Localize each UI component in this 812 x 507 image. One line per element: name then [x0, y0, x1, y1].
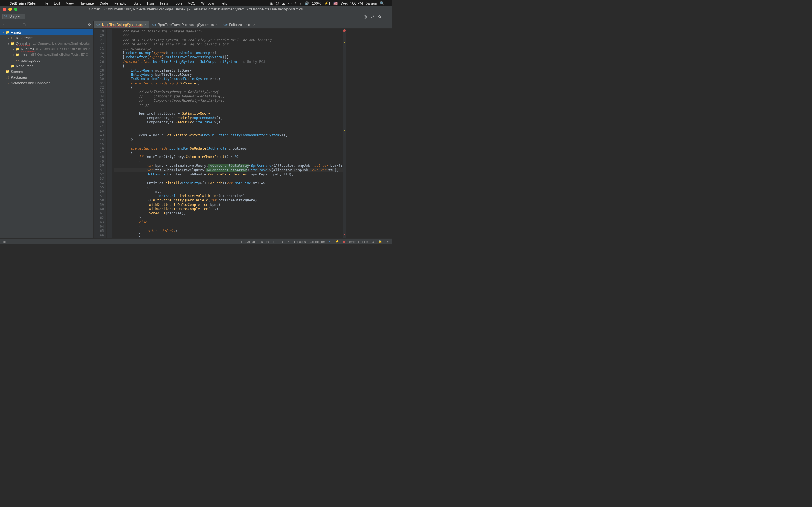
battery-text: 100% [312, 1, 321, 5]
error-strip[interactable] [343, 29, 346, 238]
editor-area: C#NoteTimeBakingSystem.cs×C#BpmTimeTrave… [94, 21, 392, 238]
status-encoding[interactable]: UTF-8 [281, 240, 289, 243]
display-icon[interactable]: ▭ [288, 1, 292, 5]
project-sidebar: ← → | ▢ ⚙ ▾📁Assets▸⬚References▾📁Onmaku(E… [0, 21, 94, 238]
tree-item[interactable]: ⬚Packages [0, 74, 93, 80]
close-icon[interactable]: × [215, 23, 217, 27]
status-line-ending[interactable]: LF [273, 240, 276, 243]
close-icon[interactable]: × [253, 23, 255, 27]
menu-view[interactable]: View [63, 1, 77, 5]
menu-tests[interactable]: Tests [157, 1, 171, 5]
status-project: E7.Onmaku [241, 240, 257, 243]
error-dot-icon [343, 240, 345, 243]
square-icon[interactable]: ▢ [22, 22, 26, 27]
menu-file[interactable]: File [40, 1, 51, 5]
status-git[interactable]: Git: master [310, 240, 325, 243]
warning-mark[interactable] [344, 42, 345, 43]
editor-tabs: C#NoteTimeBakingSystem.cs×C#BpmTimeTrave… [94, 21, 392, 29]
menu-code[interactable]: Code [97, 1, 111, 5]
spotlight-icon[interactable]: 🔍 [380, 1, 384, 5]
window-titlebar: Onmaku [~/Documents/Unity Projects/Inter… [0, 6, 392, 12]
status-bar: ▣ E7.Onmaku 51:49 LF UTF-8 4 spaces Git:… [0, 238, 392, 244]
back-icon[interactable]: ← [2, 22, 6, 27]
target-icon[interactable]: ◎ [363, 14, 367, 19]
wifi-icon[interactable]: ⌔ [294, 1, 297, 5]
battery-icon[interactable]: ⚡▮ [324, 1, 331, 5]
error-mark[interactable] [344, 234, 345, 235]
editor-tab[interactable]: C#BpmTimeTravelProcessingSystem.cs× [149, 21, 221, 29]
app-name[interactable]: JetBrains Rider [7, 1, 40, 5]
error-indicator-icon[interactable] [343, 29, 346, 32]
tree-item[interactable]: ▸⬚References [0, 35, 93, 41]
tree-item[interactable]: ▾📁Onmaku(E7.Onmaku, E7.Onmaku.SimfileEdi… [0, 41, 93, 46]
status-errors[interactable]: 2 errors in 1 file [343, 240, 368, 243]
clock[interactable]: Wed 7:06 PM [341, 1, 363, 5]
menu-refactor[interactable]: Refactor [111, 1, 131, 5]
menu-vcs[interactable]: VCS [185, 1, 198, 5]
cloud-icon[interactable]: ☁ [282, 1, 285, 5]
settings-icon[interactable]: ✿ [378, 14, 382, 19]
checkmark-icon[interactable]: ✔ [329, 240, 331, 243]
run-config-dropdown[interactable]: Unity ▾ [2, 14, 25, 19]
menu-run[interactable]: Run [144, 1, 157, 5]
tree-item[interactable]: ▸📁Runtime(E7.Onmaku, E7.Onmaku.SimfileEd [0, 46, 93, 52]
forward-icon[interactable]: → [10, 22, 13, 27]
close-icon[interactable]: × [144, 23, 146, 27]
bluetooth-icon[interactable]: ᛒ [299, 1, 302, 5]
menu-tools[interactable]: Tools [171, 1, 185, 5]
line-gutter[interactable]: 1920212223242526272829303132333435363738… [94, 29, 107, 238]
warning-mark[interactable] [344, 130, 345, 131]
gear-icon[interactable]: ⚙ [88, 22, 91, 27]
menu-edit[interactable]: Edit [51, 1, 63, 5]
sidebar-toolbar: ← → | ▢ ⚙ [0, 21, 93, 29]
editor-tab[interactable]: C#NoteTimeBakingSystem.cs× [94, 21, 149, 29]
tree-item[interactable]: {}package.json [0, 57, 93, 63]
dropbox-icon[interactable]: ⬡ [276, 1, 279, 5]
menu-navigate[interactable]: Navigate [77, 1, 96, 5]
tree-item[interactable]: ▾📁Assets [0, 29, 93, 35]
code-editor[interactable]: /// have to follow the linkage manually.… [112, 29, 343, 238]
tree-item[interactable]: ▸📁Tests(E7.Onmaku.SimfileEditor.Tests, E… [0, 52, 93, 57]
divider-icon: | [17, 22, 18, 27]
expand-icon[interactable]: ⤢ [386, 240, 389, 243]
sync-icon[interactable]: ⇄ [371, 14, 374, 19]
user[interactable]: 5argon [366, 1, 377, 5]
menu-window[interactable]: Window [198, 1, 217, 5]
menu-icon[interactable]: ≡ [387, 1, 389, 5]
terminal-icon[interactable]: ▣ [3, 240, 6, 243]
flag-icon[interactable]: 🇺🇸 [333, 1, 338, 5]
menu-help[interactable]: Help [217, 1, 230, 5]
marker-gutter[interactable]: ↑o↑o [107, 29, 112, 238]
tree-item[interactable]: 📁Resources [0, 63, 93, 69]
status-caret-position[interactable]: 51:49 [261, 240, 269, 243]
macos-menubar: JetBrains Rider FileEditViewNavigateCode… [0, 0, 392, 6]
volume-icon[interactable]: 🔊 [305, 1, 309, 5]
eye-icon[interactable]: ◉ [270, 1, 273, 5]
project-tree[interactable]: ▾📁Assets▸⬚References▾📁Onmaku(E7.Onmaku, … [0, 29, 93, 86]
status-indent[interactable]: 4 spaces [293, 240, 306, 243]
status-tray: ◉ ⬡ ☁ ▭ ⌔ ᛒ 🔊 100% ⚡▮ 🇺🇸 Wed 7:06 PM 5ar… [270, 1, 389, 5]
tree-item[interactable]: ⬚Scratches and Consoles [0, 80, 93, 86]
collapse-icon[interactable]: — [386, 14, 389, 19]
bolt-icon[interactable]: ⚡ [335, 240, 339, 243]
no-entry-icon[interactable]: ⊘ [372, 240, 374, 243]
menu-build[interactable]: Build [131, 1, 144, 5]
window-title: Onmaku [~/Documents/Unity Projects/Inter… [0, 7, 392, 11]
main-toolbar: Unity ▾ ◎ ⇄ ✿ — [0, 12, 392, 21]
tree-item[interactable]: ▸📁Scenes [0, 69, 93, 74]
editor-tab[interactable]: C#EditorAction.cs× [220, 21, 258, 29]
lock-icon[interactable]: 🔒 [378, 240, 382, 243]
